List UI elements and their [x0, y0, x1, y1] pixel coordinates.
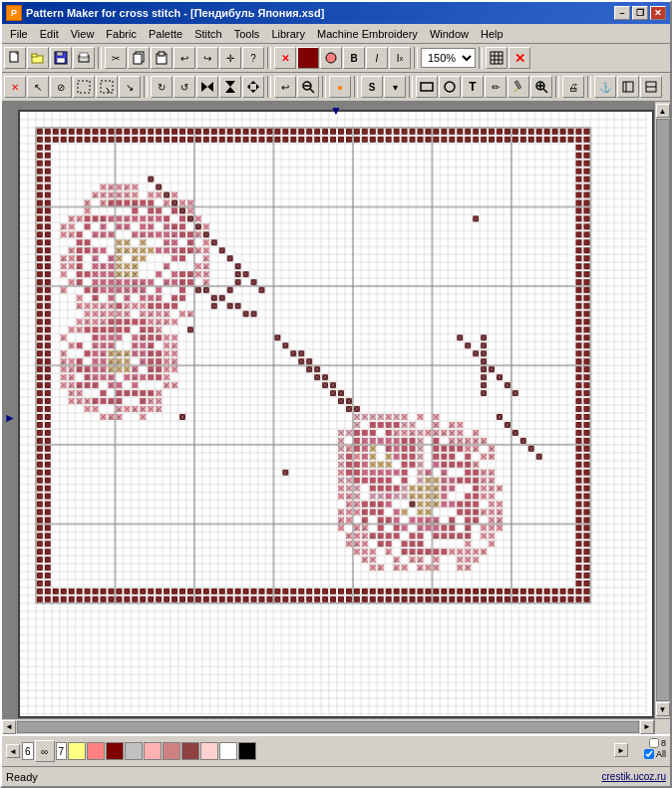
svg-rect-37 — [514, 81, 521, 89]
status-bar: Ready crestik.ucoz.ru — [2, 766, 670, 786]
close-button[interactable]: ✕ — [650, 6, 666, 20]
new-button[interactable] — [4, 47, 26, 69]
rect-tool[interactable] — [416, 76, 438, 98]
stitch-canvas — [20, 112, 652, 716]
print-button[interactable] — [73, 47, 95, 69]
forbidden-tool[interactable]: ⊘ — [50, 76, 72, 98]
color-swatch-2[interactable] — [87, 742, 105, 760]
copy-button[interactable] — [128, 47, 150, 69]
color-swatch-1[interactable] — [68, 742, 86, 760]
color-swatch-4[interactable] — [125, 742, 143, 760]
menu-tools[interactable]: Tools — [228, 26, 266, 42]
text-tool[interactable]: S — [361, 76, 383, 98]
color-swatch-10[interactable] — [238, 742, 256, 760]
dropdown-tool[interactable]: ▾ — [384, 76, 406, 98]
svg-marker-25 — [207, 82, 213, 92]
arrow-down-tool[interactable]: ↘ — [119, 76, 141, 98]
menu-stitch[interactable]: Stitch — [188, 26, 228, 42]
close2-button[interactable]: ✕ — [4, 76, 26, 98]
symbol-tool[interactable] — [640, 76, 662, 98]
scroll-up-button[interactable]: ▲ — [656, 104, 670, 118]
scroll-track-v[interactable] — [656, 119, 670, 701]
svg-marker-27 — [225, 87, 235, 93]
menu-window[interactable]: Window — [424, 26, 475, 42]
misc-tool[interactable] — [617, 76, 639, 98]
menu-file[interactable]: File — [4, 26, 34, 42]
rotate2-tool[interactable]: ↺ — [173, 76, 195, 98]
horizontal-scrollbar: ◄ ► — [2, 718, 654, 734]
toolbar-row-1: ✂ ↩ ↪ ✛ ? ✕ B I Ix 50% — [2, 44, 670, 72]
svg-rect-21 — [78, 81, 90, 93]
scroll-left-small[interactable]: ◄ — [6, 744, 20, 758]
counter-checkbox-1[interactable] — [649, 738, 659, 748]
undo2-tool[interactable]: ↩ — [274, 76, 296, 98]
color-swatch-3[interactable] — [106, 742, 124, 760]
color-swatch-6[interactable] — [163, 742, 180, 760]
undo-button[interactable]: ↩ — [173, 47, 195, 69]
zoom-tool[interactable] — [530, 76, 552, 98]
color-swatch-5[interactable] — [144, 742, 162, 760]
top-arrow-indicator: ▼ — [330, 104, 342, 118]
color-swatch-8[interactable] — [200, 742, 218, 760]
scroll-track-h[interactable] — [17, 721, 639, 733]
menu-bar: File Edit View Fabric Palette Stitch Too… — [2, 24, 670, 44]
svg-rect-14 — [302, 52, 314, 64]
menu-machine-embroidery[interactable]: Machine Embroidery — [311, 26, 424, 42]
infinity-button[interactable]: ∞ — [35, 740, 55, 762]
scroll-all-tool[interactable] — [242, 76, 264, 98]
anchor-tool[interactable]: ⚓ — [594, 76, 616, 98]
fill-tool[interactable]: ● — [329, 76, 351, 98]
minimize-button[interactable]: – — [614, 6, 630, 20]
crosshair-button[interactable]: ✛ — [219, 47, 241, 69]
menu-edit[interactable]: Edit — [34, 26, 65, 42]
flip-v-tool[interactable] — [219, 76, 241, 98]
counter-value-all: All — [656, 749, 666, 759]
menu-fabric[interactable]: Fabric — [100, 26, 143, 42]
scroll-down-button[interactable]: ▼ — [656, 702, 670, 716]
restore-button[interactable]: ❐ — [632, 6, 648, 20]
zoom-out-tool[interactable] — [297, 76, 319, 98]
color-swatch-7[interactable] — [181, 742, 199, 760]
rotate-tool[interactable]: ↻ — [151, 76, 172, 98]
svg-marker-28 — [250, 81, 256, 84]
color-swatch-9[interactable] — [219, 742, 237, 760]
help-cursor-button[interactable]: ? — [242, 47, 264, 69]
scroll-left-button[interactable]: ◄ — [2, 720, 16, 734]
counter-checkbox-all[interactable] — [644, 749, 654, 759]
menu-help[interactable]: Help — [475, 26, 509, 42]
x-button[interactable]: ✕ — [508, 47, 530, 69]
menu-library[interactable]: Library — [265, 26, 311, 42]
subscript-button[interactable]: Ix — [389, 47, 411, 69]
circle-tool[interactable] — [439, 76, 461, 98]
save-button[interactable] — [50, 47, 72, 69]
print2-tool[interactable]: 🖨 — [562, 76, 584, 98]
open-button[interactable] — [27, 47, 49, 69]
lasso-tool[interactable] — [96, 76, 118, 98]
zoom-combo[interactable]: 50% 75% 100% 150% 200% 300% — [421, 48, 476, 68]
pen-tool[interactable]: ✏ — [485, 76, 506, 98]
color-fill-button[interactable] — [297, 47, 319, 69]
eyedrop-tool[interactable] — [507, 76, 529, 98]
scroll-right-small[interactable]: ► — [614, 743, 628, 757]
vertical-scrollbar: ▲ ▼ — [654, 102, 670, 718]
cut-button[interactable]: ✂ — [105, 47, 127, 69]
toolbar-sep-4 — [479, 47, 483, 69]
arrow-tool[interactable]: ↖ — [27, 76, 49, 98]
paste-button[interactable] — [151, 47, 172, 69]
close-cross-button[interactable]: ✕ — [274, 47, 296, 69]
redo-button[interactable]: ↪ — [196, 47, 218, 69]
grid-button[interactable] — [486, 47, 507, 69]
svg-rect-35 — [421, 83, 433, 91]
text2-tool[interactable]: T — [462, 76, 484, 98]
toolbar-sep-9 — [409, 76, 413, 98]
menu-palette[interactable]: Palette — [143, 26, 188, 42]
color-select-button[interactable] — [320, 47, 342, 69]
scroll-right-button[interactable]: ► — [640, 720, 654, 734]
bold-button[interactable]: B — [343, 47, 365, 69]
menu-view[interactable]: View — [65, 26, 101, 42]
italic-button[interactable]: I — [366, 47, 388, 69]
flip-h-tool[interactable] — [196, 76, 218, 98]
svg-marker-38 — [513, 88, 518, 93]
select-tool[interactable] — [73, 76, 95, 98]
left-arrow-indicator: ► — [4, 411, 16, 425]
